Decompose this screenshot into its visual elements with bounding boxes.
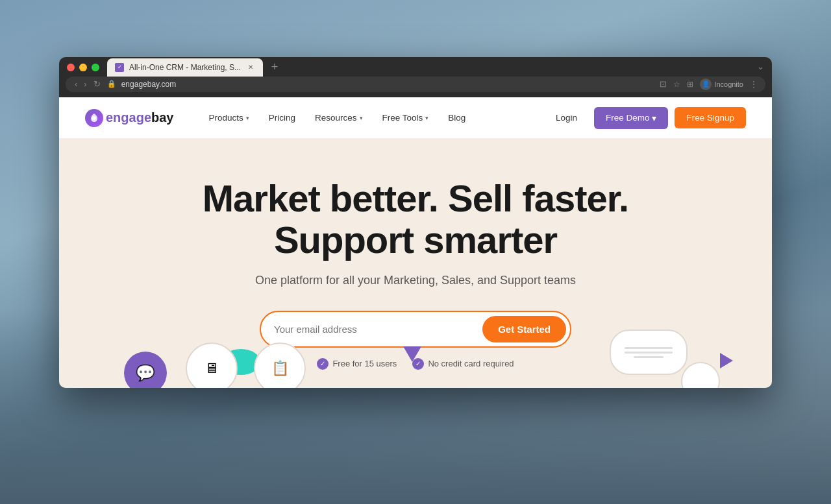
window-controls [67, 64, 99, 77]
logo-engage: engage [106, 110, 151, 125]
nav-free-tools[interactable]: Free Tools ▾ [373, 108, 438, 128]
forward-button[interactable]: › [82, 78, 88, 90]
demo-chevron: ▾ [652, 113, 656, 123]
new-tab-button[interactable]: + [266, 58, 284, 77]
free-demo-button[interactable]: Free Demo ▾ [594, 107, 669, 129]
no-cc-label: No credit card required [428, 359, 514, 368]
trust-badge-no-cc: ✓ No credit card required [412, 358, 514, 370]
trust-badges: ✓ Free for 15 users ✓ No credit card req… [317, 358, 514, 370]
login-button[interactable]: Login [545, 108, 588, 128]
get-started-button[interactable]: Get Started [482, 316, 566, 342]
tab-close-button[interactable]: ✕ [246, 63, 255, 72]
free-tools-chevron: ▾ [425, 115, 428, 121]
check-icon-1: ✓ [317, 358, 329, 370]
email-input[interactable] [274, 324, 482, 335]
free-users-label: Free for 15 users [332, 359, 397, 368]
hero-subtitle: One platform for all your Marketing, Sal… [255, 274, 576, 287]
logo-bay: bay [151, 110, 173, 125]
address-bar: ‹ › ↻ 🔒 engagebay.com ⊡ ☆ ⊞ 👤 Incognito … [66, 77, 765, 92]
tab-bar: ✓ All-in-One CRM - Marketing, S... ✕ + ⌄ [59, 57, 772, 77]
logo[interactable]: engagebay [85, 109, 174, 127]
url-display[interactable]: engagebay.com [121, 80, 655, 89]
incognito-label: Incognito [714, 80, 743, 88]
resources-chevron: ▾ [360, 115, 363, 121]
toolbar-right: ⊡ ☆ ⊞ 👤 Incognito ⋮ [660, 78, 758, 90]
tab-menu-button[interactable]: ⌄ [757, 62, 764, 77]
navbar: engagebay Products ▾ Pricing Resources ▾… [59, 97, 772, 139]
menu-button[interactable]: ⋮ [750, 80, 758, 89]
hero-title: Market better. Sell faster. Support smar… [203, 178, 628, 261]
minimize-button[interactable] [79, 64, 87, 71]
logo-text: engagebay [106, 110, 174, 125]
security-icon: 🔒 [107, 80, 116, 88]
nav-actions: Login Free Demo ▾ Free Signup [545, 107, 746, 129]
website-content: engagebay Products ▾ Pricing Resources ▾… [59, 97, 772, 388]
browser-chrome: ✓ All-in-One CRM - Marketing, S... ✕ + ⌄… [59, 57, 772, 97]
back-button[interactable]: ‹ [73, 78, 79, 90]
close-button[interactable] [67, 64, 75, 71]
maximize-button[interactable] [92, 64, 99, 71]
tab-title: All-in-One CRM - Marketing, S... [129, 63, 241, 72]
products-chevron: ▾ [246, 115, 249, 121]
trust-badge-free: ✓ Free for 15 users [317, 358, 397, 370]
bookmark-icon[interactable]: ☆ [673, 80, 680, 89]
email-form: Get Started [260, 311, 571, 348]
nav-products[interactable]: Products ▾ [200, 108, 258, 128]
cast-icon[interactable]: ⊡ [660, 79, 667, 89]
hero-section: Market better. Sell faster. Support smar… [59, 139, 772, 388]
nav-resources[interactable]: Resources ▾ [306, 108, 372, 128]
free-signup-button[interactable]: Free Signup [675, 107, 746, 128]
reload-button[interactable]: ↻ [92, 78, 102, 90]
logo-icon [85, 109, 103, 127]
active-tab[interactable]: ✓ All-in-One CRM - Marketing, S... ✕ [107, 58, 263, 77]
nav-buttons: ‹ › ↻ [73, 78, 102, 90]
tab-favicon: ✓ [115, 63, 124, 72]
incognito-badge: 👤 Incognito [700, 78, 743, 90]
nav-blog[interactable]: Blog [439, 108, 475, 128]
nav-links: Products ▾ Pricing Resources ▾ Free Tool… [200, 108, 545, 128]
browser-window: ✓ All-in-One CRM - Marketing, S... ✕ + ⌄… [59, 57, 772, 388]
extensions-icon[interactable]: ⊞ [687, 80, 693, 89]
svg-point-0 [92, 116, 96, 120]
check-icon-2: ✓ [412, 358, 424, 370]
incognito-icon: 👤 [700, 78, 712, 90]
nav-pricing[interactable]: Pricing [260, 108, 304, 128]
